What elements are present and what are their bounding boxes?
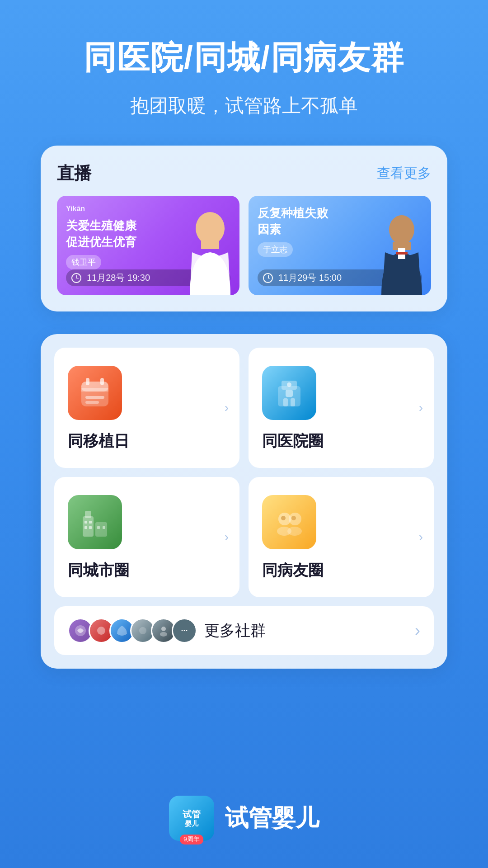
more-communities-row[interactable]: ··· 更多社群 › — [54, 606, 434, 655]
svg-rect-11 — [100, 378, 104, 385]
svg-rect-19 — [287, 382, 291, 387]
live-item-1-title: 关爱生殖健康 促进优生优育 — [66, 217, 138, 250]
community-avatar-more: ··· — [172, 618, 197, 643]
live-item-2-doctor: 于立志 — [258, 242, 293, 257]
feature-same-hospital[interactable]: 同医院圈 › — [249, 348, 434, 468]
svg-rect-17 — [283, 398, 288, 406]
live-items: Yikān 关爱生殖健康 促进优生优育 钱卫平 11月28号 19:30 — [57, 196, 431, 295]
live-item-2[interactable]: 反复种植失败因素 于立志 11月29号 15:00 — [249, 196, 431, 295]
live-item-1-doctor: 钱卫平 — [66, 255, 101, 269]
svg-rect-2 — [201, 240, 219, 249]
feature-arrow-3: › — [225, 530, 229, 544]
feature-label-city: 同城市圈 — [68, 560, 129, 581]
feature-same-friends[interactable]: 同病友圈 › — [249, 477, 434, 597]
bottom-brand: 试管 婴儿 9周年 试管婴儿 — [169, 782, 319, 841]
svg-point-31 — [281, 516, 286, 520]
svg-rect-22 — [85, 511, 91, 518]
live-more-button[interactable]: 查看更多 — [377, 164, 431, 183]
community-avatars: ··· — [68, 618, 197, 643]
svg-point-39 — [160, 632, 167, 637]
svg-rect-23 — [84, 521, 87, 524]
svg-rect-12 — [85, 396, 104, 399]
svg-rect-21 — [95, 522, 107, 537]
app-icon[interactable]: 试管 婴儿 9周年 — [169, 796, 214, 841]
feature-label-transplant: 同移植日 — [68, 431, 129, 452]
doctor-1-figure — [181, 209, 239, 295]
live-card: 直播 查看更多 Yikān 关爱生殖健康 促进优生优育 钱卫平 11月28号 — [41, 146, 447, 311]
hospital-icon-wrap — [262, 366, 316, 420]
svg-point-38 — [161, 627, 166, 631]
svg-rect-26 — [89, 526, 92, 529]
live-item-2-title: 反复种植失败因素 — [258, 205, 330, 238]
feature-grid: 同移植日 › 同医院圈 › — [54, 348, 434, 597]
feature-same-city[interactable]: 同城市圈 › — [54, 477, 239, 597]
feature-label-hospital: 同医院圈 — [262, 431, 324, 452]
svg-point-34 — [287, 527, 302, 536]
hero-title: 同医院/同城/同病友群 — [84, 36, 404, 80]
svg-point-3 — [389, 215, 414, 244]
svg-rect-9 — [81, 388, 108, 392]
svg-point-32 — [291, 516, 296, 520]
calendar-icon-wrap — [68, 366, 122, 420]
svg-rect-13 — [85, 401, 99, 404]
doctor-2-figure — [372, 209, 431, 295]
svg-rect-27 — [97, 526, 100, 529]
feature-arrow-1: › — [225, 401, 229, 415]
svg-rect-10 — [86, 378, 89, 385]
app-icon-text: 试管 婴儿 — [183, 809, 201, 828]
svg-rect-24 — [89, 521, 92, 524]
more-communities-arrow: › — [415, 621, 420, 640]
svg-rect-6 — [396, 252, 408, 255]
live-header: 直播 查看更多 — [57, 162, 431, 185]
group-card: 同移植日 › 同医院圈 › — [41, 334, 447, 669]
svg-rect-36 — [97, 627, 105, 635]
clock-icon-2 — [263, 273, 273, 283]
svg-rect-18 — [291, 398, 295, 406]
feature-arrow-2: › — [419, 401, 423, 415]
app-name: 试管婴儿 — [225, 802, 319, 834]
city-icon-wrap — [68, 495, 122, 549]
app-icon-badge: 9周年 — [180, 835, 203, 844]
svg-rect-20 — [83, 516, 94, 537]
svg-point-37 — [139, 627, 146, 634]
more-communities-label: 更多社群 — [204, 620, 408, 641]
svg-rect-16 — [286, 390, 293, 397]
feature-label-friends: 同病友圈 — [262, 560, 324, 581]
svg-rect-25 — [84, 526, 87, 529]
feature-arrow-4: › — [419, 530, 423, 544]
hero-subtitle: 抱团取暖，试管路上不孤单 — [130, 93, 358, 118]
live-item-1[interactable]: Yikān 关爱生殖健康 促进优生优育 钱卫平 11月28号 19:30 — [57, 196, 239, 295]
live-label: 直播 — [57, 162, 91, 185]
main-container: 同医院/同城/同病友群 抱团取暖，试管路上不孤单 直播 查看更多 Yikān 关… — [0, 0, 488, 868]
svg-point-1 — [197, 215, 223, 242]
feature-same-transplant-day[interactable]: 同移植日 › — [54, 348, 239, 468]
svg-rect-28 — [103, 526, 105, 529]
clock-icon-1 — [71, 273, 81, 283]
friends-icon-wrap — [262, 495, 316, 549]
